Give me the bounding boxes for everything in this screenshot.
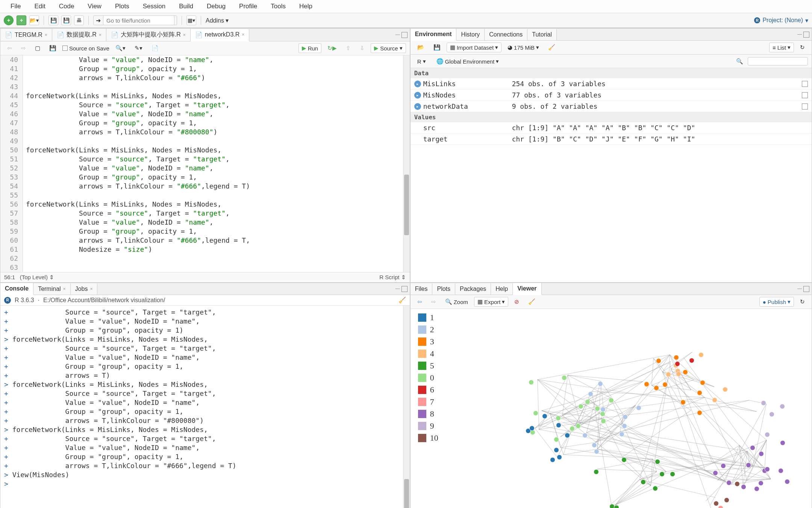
editor-scrollbar[interactable] (403, 55, 410, 272)
view-data-icon[interactable] (802, 103, 808, 110)
console-tab-terminal[interactable]: Terminal× (33, 283, 70, 295)
close-icon[interactable]: × (45, 32, 47, 38)
graph-node[interactable] (714, 501, 719, 506)
network-graph[interactable] (446, 309, 812, 508)
graph-node[interactable] (765, 467, 770, 472)
load-workspace-button[interactable]: 📂 (414, 43, 427, 52)
graph-node[interactable] (592, 443, 597, 448)
save-all-button[interactable]: 💾 (61, 15, 71, 25)
menu-view[interactable]: View (81, 1, 108, 12)
source-tab[interactable]: 📄数据提取.R× (52, 29, 106, 41)
view-data-icon[interactable] (802, 81, 808, 87)
env-tab-history[interactable]: History (456, 29, 485, 40)
save-button[interactable]: 💾 (48, 15, 58, 25)
graph-node[interactable] (778, 468, 783, 473)
viewer-content[interactable]: 123450678910 (411, 309, 812, 508)
menu-file[interactable]: File (4, 1, 27, 12)
viewer-tab-plots[interactable]: Plots (432, 283, 455, 295)
env-data-row[interactable]: ▸MisLinks254 obs. of 3 variables (411, 78, 812, 90)
save-workspace-button[interactable]: 💾 (430, 43, 444, 52)
graph-node[interactable] (780, 440, 785, 446)
console-tab-console[interactable]: Console (0, 283, 33, 295)
graph-node[interactable] (582, 433, 588, 438)
graph-node[interactable] (562, 375, 567, 380)
wand-button[interactable]: ✎▾ (132, 44, 145, 53)
graph-node[interactable] (656, 358, 661, 364)
publish-button[interactable]: ● Publish ▾ (759, 297, 794, 307)
minimize-icon[interactable]: — (395, 32, 400, 38)
goto-file-function[interactable]: ➜ (93, 15, 177, 25)
minimize-icon[interactable]: — (797, 286, 802, 292)
minimize-icon[interactable]: — (395, 286, 400, 292)
env-data-row[interactable]: ▸networkData9 obs. of 2 variables (411, 101, 812, 112)
graph-node[interactable] (700, 380, 705, 385)
grid-button[interactable]: ▦▾ (186, 15, 196, 25)
graph-node[interactable] (761, 400, 766, 406)
close-icon[interactable]: × (183, 32, 186, 38)
graph-node[interactable] (666, 372, 671, 377)
graph-node[interactable] (529, 426, 535, 431)
graph-node[interactable] (769, 412, 774, 417)
graph-node[interactable] (723, 387, 728, 392)
viewer-back-button[interactable]: ⇦ (414, 297, 425, 306)
open-file-button[interactable]: 📂▾ (29, 15, 39, 25)
graph-node[interactable] (721, 463, 726, 468)
source-on-save-checkbox[interactable] (62, 46, 68, 51)
graph-node[interactable] (533, 411, 538, 416)
env-search-input[interactable] (748, 57, 808, 65)
menu-build[interactable]: Build (172, 1, 200, 12)
graph-node[interactable] (735, 481, 740, 487)
menu-help[interactable]: Help (292, 1, 319, 12)
maximize-icon[interactable] (401, 32, 408, 38)
graph-node[interactable] (542, 414, 547, 419)
graph-node[interactable] (785, 479, 790, 484)
save-button[interactable]: 💾 (46, 44, 59, 53)
run-button[interactable]: ▶Run (298, 43, 322, 53)
addins-dropdown[interactable]: Addins ▾ (206, 17, 229, 24)
remove-current-button[interactable]: ⊘ (511, 297, 522, 306)
close-icon[interactable]: × (242, 32, 244, 37)
forward-button[interactable]: ⇨ (18, 44, 29, 53)
source-tab[interactable]: 📄networkD3.R× (191, 29, 250, 41)
env-value-row[interactable]: srcchr [1:9] "A" "A" "A" "A" "B" "B" "C"… (411, 122, 812, 134)
print-button[interactable]: 🖶 (74, 15, 84, 25)
graph-node[interactable] (636, 405, 641, 411)
menu-profile[interactable]: Profile (232, 1, 264, 12)
section-up-button[interactable]: ⇧ (343, 44, 354, 53)
console-tab-jobs[interactable]: Jobs× (71, 283, 98, 295)
graph-node[interactable] (614, 505, 619, 508)
section-down-button[interactable]: ⇩ (357, 44, 368, 53)
source-dropdown-button[interactable]: ▶Source ▾ (371, 43, 406, 53)
graph-node[interactable] (654, 385, 659, 391)
viewer-tab-files[interactable]: Files (411, 283, 433, 295)
menu-session[interactable]: Session (136, 1, 172, 12)
graph-node[interactable] (655, 459, 660, 464)
zoom-button[interactable]: 🔍 Zoom (442, 297, 471, 306)
working-directory[interactable]: E:/Office Account/Bilibili/network visua… (43, 297, 165, 304)
graph-node[interactable] (758, 481, 764, 486)
env-tab-environment[interactable]: Environment (411, 29, 457, 41)
viewer-forward-button[interactable]: ⇨ (428, 297, 439, 306)
expand-icon[interactable]: ▸ (414, 92, 421, 99)
graph-node[interactable] (676, 371, 681, 377)
graph-node[interactable] (741, 484, 746, 490)
refresh-button[interactable]: ↻ (797, 43, 808, 52)
expand-icon[interactable]: ▸ (414, 103, 421, 110)
console-output[interactable]: + Source = "source", Target = "target", … (0, 306, 410, 508)
show-in-new-window-button[interactable]: ▢ (32, 44, 43, 53)
scope-indicator[interactable]: (Top Level) (20, 274, 48, 280)
close-icon[interactable]: × (99, 32, 102, 38)
graph-node[interactable] (622, 423, 627, 429)
graph-node[interactable] (754, 486, 759, 491)
language-selector[interactable]: R ▾ (414, 57, 429, 66)
graph-node[interactable] (621, 457, 627, 462)
menu-tools[interactable]: Tools (264, 1, 292, 12)
clear-all-button[interactable]: 🧹 (525, 297, 538, 306)
graph-node[interactable] (529, 380, 534, 385)
maximize-icon[interactable] (803, 32, 809, 38)
new-project-button[interactable]: + (17, 15, 26, 25)
source-tab[interactable]: 📄大矩阵中提取小矩阵.R× (106, 29, 191, 41)
menu-edit[interactable]: Edit (27, 1, 52, 12)
menu-debug[interactable]: Debug (200, 1, 232, 12)
rerun-button[interactable]: ↻▶ (324, 44, 340, 53)
